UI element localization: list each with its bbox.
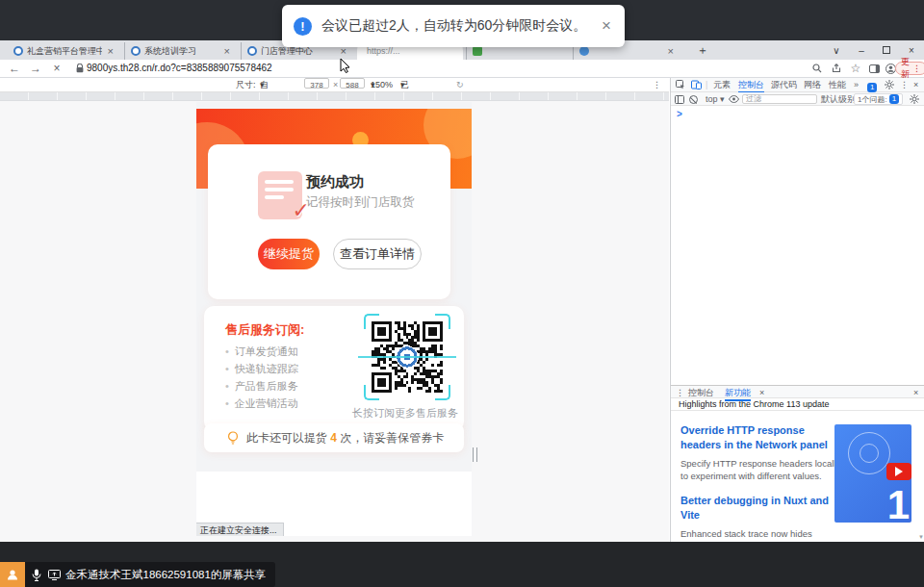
drawer-tab-whats-new[interactable]: 新功能 (725, 386, 751, 401)
live-expression-eye-icon[interactable] (729, 92, 739, 103)
address-bar[interactable]: 9800ys.th28.cn/r.do?c=8385889075578462 (87, 60, 272, 77)
after-sales-card: 售后服务订阅: •订单发货通知 •快递轨迹跟踪 •产品售后服务 •企业营销活动 … (204, 306, 464, 431)
tab-close-icon[interactable]: × (222, 45, 232, 57)
device-toolbar-menu-icon[interactable]: ⋮ (653, 78, 661, 91)
divider: | (706, 78, 707, 91)
tab-gift-admin[interactable]: 礼盒营销平台管理中心 × (8, 42, 121, 60)
console-prompt-icon[interactable]: > (677, 109, 682, 119)
microphone-icon (32, 569, 41, 581)
pickup-tip-card: 此卡还可以提货 4 次，请妥善保管券卡 (204, 423, 464, 452)
youtube-play-icon[interactable] (886, 463, 911, 480)
tab-search-icon[interactable]: ∨ (826, 40, 847, 60)
list-item: •企业营销活动 (225, 396, 298, 411)
console-filter-input[interactable]: 过滤 (742, 94, 817, 104)
back-button[interactable]: ← (6, 60, 23, 77)
issues-badge[interactable]: 1 (867, 80, 877, 93)
whats-new-content: Override HTTP response headers in the Ne… (671, 411, 924, 542)
device-height-input[interactable]: 588 (340, 78, 365, 89)
device-resize-handle-east[interactable] (473, 447, 477, 462)
devtools-panel: | 元素 控制台 源代码 网络 性能 » 1 ⋮ × top ▾ 过滤 默认级别 (670, 78, 924, 542)
pickup-tip-text: 此卡还可以提货 4 次，请妥善保管券卡 (246, 430, 444, 447)
whats-new-article-title[interactable]: Better debugging in Nuxt and Vite (680, 494, 846, 523)
subscribe-qr-code[interactable] (364, 314, 450, 400)
console-toolbar: top ▾ 过滤 默认级别 ▾ 1个问题: 1 (671, 92, 924, 106)
toast-message: 会议已超过2人，自动转为60分钟限时会议。 (321, 17, 590, 35)
devtools-settings-icon[interactable] (885, 78, 894, 89)
devtools-tab-performance[interactable]: 性能 (829, 78, 846, 91)
subscribe-title: 售后服务订阅: (225, 321, 304, 339)
qr-scan-line (358, 356, 456, 358)
emulated-page: ✓ 预约成功 记得按时到门店取货 继续提货 查看订单详情 售后服务订阅: •订单… (196, 102, 472, 536)
zoom-icon[interactable] (808, 60, 826, 77)
device-width-input[interactable]: 378 (304, 78, 329, 89)
screen-share-text: 金禾通技术王斌18662591081的屏幕共享 (65, 568, 266, 582)
scrollbar-arrow-icon[interactable]: ▼ (918, 534, 924, 540)
devtools-tab-sources[interactable]: 源代码 (771, 78, 797, 91)
devtools-menu-kebab-icon[interactable]: ⋮ (900, 78, 909, 91)
forward-button[interactable]: → (27, 60, 44, 77)
size-label: 尺寸: (236, 78, 256, 91)
site-favicon-icon (247, 46, 257, 56)
whats-new-article-body: Specify HTTP response headers locally to… (680, 457, 848, 484)
site-favicon-icon (473, 46, 482, 56)
whats-new-header: Highlights from the Chrome 113 update (671, 398, 924, 411)
caret-down-icon: ▾ (260, 78, 265, 91)
tab-close-icon[interactable]: × (666, 45, 676, 57)
screen-share-status-bar: 金禾通技术王斌18662591081的屏幕共享 (0, 562, 275, 587)
share-icon[interactable] (828, 60, 845, 77)
caret-down-icon: ▾ (371, 78, 375, 91)
list-item: •订单发货通知 (225, 345, 298, 359)
continue-pickup-button[interactable]: 继续提货 (258, 239, 320, 269)
screen-share-icon (48, 570, 61, 580)
console-context-select[interactable]: top ▾ (706, 92, 725, 106)
meeting-toast: ! 会议已超过2人，自动转为60分钟限时会议。 × (282, 5, 625, 47)
stop-loading-button[interactable]: × (48, 60, 65, 77)
whats-new-article-body: Enhanced stack trace now hides irrelevan… (680, 527, 848, 542)
drawer-tab-console[interactable]: 控制台 (688, 386, 714, 399)
chrome-update-button[interactable]: 更新 ⋮ (895, 62, 924, 75)
side-panel-icon[interactable] (865, 60, 883, 77)
inspect-element-icon[interactable] (676, 78, 685, 89)
mouse-cursor (340, 58, 351, 73)
more-tabs-icon[interactable]: » (854, 78, 859, 91)
lightbulb-icon (227, 431, 239, 446)
site-favicon-icon (131, 46, 141, 56)
presenter-avatar-icon (0, 562, 25, 587)
success-subtitle: 记得按时到门店取货 (306, 194, 415, 211)
site-favicon-icon (13, 46, 23, 56)
site-favicon-icon (579, 46, 589, 56)
tab-training[interactable]: 系统培训学习 × (124, 42, 238, 60)
console-settings-icon[interactable] (910, 92, 919, 104)
rotate-device-icon[interactable]: ↻ (456, 78, 464, 91)
clear-console-icon[interactable] (689, 94, 698, 108)
tab-close-icon[interactable]: × (106, 45, 116, 57)
devtools-tab-elements[interactable]: 元素 (713, 78, 731, 91)
toast-close-icon[interactable]: × (600, 16, 613, 36)
drawer-menu-kebab-icon[interactable]: ⋮ (676, 386, 684, 399)
caret-down-icon: ▾ (400, 78, 405, 91)
device-toolbar-toggle-icon[interactable] (691, 78, 702, 89)
tab-title: 系统培训学习 (144, 45, 218, 58)
view-order-button[interactable]: 查看订单详情 (333, 239, 422, 269)
devtools-tab-network[interactable]: 网络 (804, 78, 821, 91)
issues-counter[interactable]: 1个问题: 1 (854, 93, 903, 105)
drawer-tab-bar: ⋮ 控制台 新功能 × × (671, 386, 924, 398)
new-tab-button[interactable]: ＋ (695, 43, 710, 59)
device-emulation-toolbar: 尺寸: 自适应 ▾ 378 × 588 150% ▾ 已停用节流模式 ▾ ↻ ⋮ (0, 78, 669, 92)
drawer-close-icon[interactable]: × (913, 386, 918, 399)
devtools-drawer: ⋮ 控制台 新功能 × × Highlights from the Chrome… (671, 385, 924, 542)
drawer-tab-close-icon[interactable]: × (759, 386, 764, 399)
whats-new-article-title[interactable]: Override HTTP response headers in the Ne… (680, 423, 846, 452)
reservation-success-card: ✓ 预约成功 记得按时到门店取货 继续提货 查看订单详情 (208, 144, 450, 299)
bookmark-star-icon[interactable]: ☆ (847, 60, 864, 77)
devtools-close-icon[interactable]: × (913, 78, 918, 91)
qr-caption: 长按订阅更多售后服务 (304, 406, 458, 421)
list-item: •产品售后服务 (225, 379, 298, 394)
window-maximize-button[interactable] (876, 40, 897, 60)
window-minimize-button[interactable]: – (851, 40, 872, 60)
artwork-number: 1 (887, 482, 910, 523)
devtools-tab-console[interactable]: 控制台 (738, 78, 764, 93)
bullet-icon: • (225, 397, 229, 409)
bullet-icon: • (225, 380, 229, 392)
console-sidebar-icon[interactable] (675, 92, 684, 104)
